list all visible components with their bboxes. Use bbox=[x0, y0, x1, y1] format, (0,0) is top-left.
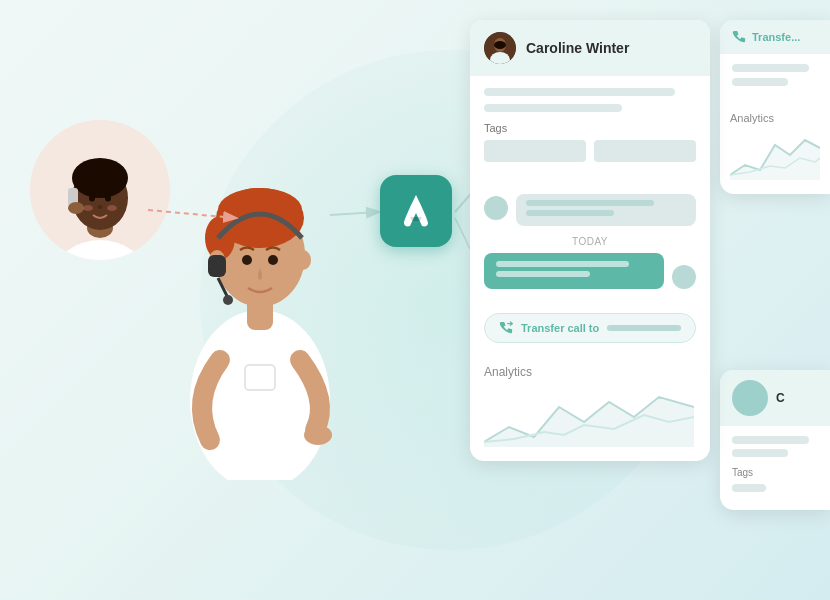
today-label: TODAY bbox=[484, 236, 696, 247]
contact-circle-icon bbox=[732, 380, 768, 416]
right2-line-2 bbox=[732, 449, 788, 457]
chat-line-out-2 bbox=[496, 271, 590, 277]
svg-point-15 bbox=[83, 205, 93, 211]
analytics-right-chart bbox=[730, 130, 820, 180]
transfer-line bbox=[607, 325, 681, 331]
svg-point-24 bbox=[295, 250, 311, 270]
right-line-2 bbox=[732, 78, 788, 86]
svg-point-14 bbox=[98, 205, 103, 209]
chat-line-1 bbox=[526, 200, 654, 206]
aircall-logo-button[interactable] bbox=[380, 175, 452, 247]
phone-icon-right bbox=[732, 30, 746, 44]
svg-rect-25 bbox=[208, 255, 226, 277]
phone-icon bbox=[499, 321, 513, 335]
tag-2 bbox=[594, 140, 696, 162]
crm-card-main: Caroline Winter Tags TODAY bbox=[470, 20, 710, 461]
tags-row bbox=[484, 140, 696, 162]
chat-message-incoming bbox=[484, 194, 696, 226]
aircall-logo-icon bbox=[396, 191, 436, 231]
chat-line-out-1 bbox=[496, 261, 629, 267]
crm-card-info: Tags bbox=[470, 76, 710, 186]
analytics-chart bbox=[484, 387, 696, 447]
agent-figure bbox=[160, 60, 360, 484]
svg-point-29 bbox=[268, 255, 278, 265]
caller-avatar bbox=[30, 120, 170, 260]
tag-1 bbox=[484, 140, 586, 162]
chat-bubble-out bbox=[484, 253, 664, 289]
chat-message-outgoing bbox=[484, 253, 696, 289]
crm-card-right2-header: C bbox=[720, 370, 830, 426]
transfer-call-label: Transfer call to bbox=[521, 322, 599, 334]
svg-point-34 bbox=[494, 41, 506, 49]
contact-name: Caroline Winter bbox=[526, 40, 629, 56]
info-line-2 bbox=[484, 104, 622, 112]
crm-card-header: Caroline Winter bbox=[470, 20, 710, 76]
svg-point-13 bbox=[105, 195, 111, 202]
chat-bubble-in bbox=[516, 194, 696, 226]
svg-point-27 bbox=[223, 295, 233, 305]
transfer-label-right: Transfe... bbox=[752, 31, 800, 43]
crm-right-body bbox=[720, 54, 830, 104]
analytics-section: Analytics bbox=[470, 355, 710, 461]
chat-line-2 bbox=[526, 210, 614, 216]
crm-card-right2: C Tags bbox=[720, 370, 830, 510]
svg-point-11 bbox=[68, 202, 84, 214]
chat-section: TODAY bbox=[470, 186, 710, 307]
svg-point-12 bbox=[89, 195, 95, 202]
right2-tag-line bbox=[732, 484, 766, 492]
info-line-1 bbox=[484, 88, 675, 96]
svg-point-16 bbox=[107, 205, 117, 211]
crm-right2-body: Tags bbox=[720, 426, 830, 510]
contact-avatar bbox=[484, 32, 516, 64]
right-line-1 bbox=[732, 64, 809, 72]
right2-line-1 bbox=[732, 436, 809, 444]
svg-point-28 bbox=[242, 255, 252, 265]
analytics-right-label: Analytics bbox=[730, 112, 820, 124]
tags-label-right: Tags bbox=[732, 467, 818, 478]
svg-point-31 bbox=[304, 425, 332, 445]
chat-user-avatar bbox=[484, 196, 508, 220]
svg-point-8 bbox=[72, 158, 128, 198]
analytics-right-section: Analytics bbox=[720, 104, 830, 194]
tags-label: Tags bbox=[484, 122, 696, 134]
contact-initial-right: C bbox=[776, 391, 785, 405]
analytics-label: Analytics bbox=[484, 365, 696, 379]
crm-card-right: Transfe... Analytics bbox=[720, 20, 830, 194]
chat-agent-avatar bbox=[672, 265, 696, 289]
crm-card-right-header: Transfe... bbox=[720, 20, 830, 54]
transfer-call-button[interactable]: Transfer call to bbox=[484, 313, 696, 343]
